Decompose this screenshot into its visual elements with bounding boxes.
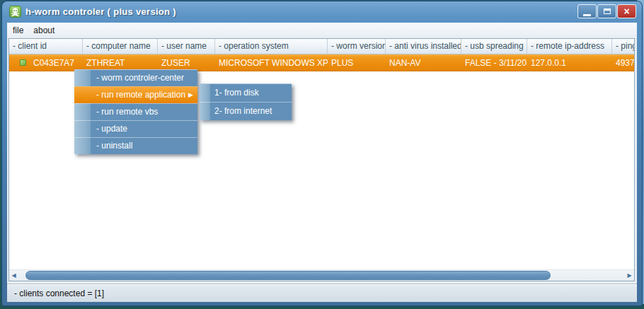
cell-operation-system: MICROSOFT WINDOWS XP PROF... bbox=[215, 58, 328, 68]
column-header-anti-virus-installed[interactable]: - anti virus installed bbox=[386, 39, 461, 54]
column-header-user-name[interactable]: - user name bbox=[158, 39, 215, 54]
cell-anti-virus-installed: NAN-AV bbox=[386, 58, 461, 68]
scroll-right-arrow-icon[interactable]: ▶ bbox=[625, 270, 634, 281]
cell-client-id: C043E7A7 bbox=[9, 58, 83, 68]
menu-item-worm-controler-center[interactable]: - worm controler-center bbox=[74, 70, 197, 86]
client-area: file about - client id - computer name -… bbox=[7, 23, 637, 302]
column-header-usb-spreading[interactable]: - usb spreading bbox=[461, 39, 527, 54]
app-icon-skull bbox=[9, 6, 21, 18]
column-header-computer-name[interactable]: - computer name bbox=[83, 39, 158, 54]
cell-worm-version: PLUS bbox=[328, 58, 386, 68]
menu-item-uninstall[interactable]: - uninstall bbox=[74, 137, 197, 154]
submenu-arrow-icon: ▶ bbox=[188, 87, 193, 103]
status-bar: - clients connected = [1] bbox=[7, 284, 637, 302]
column-header-client-id[interactable]: - client id bbox=[9, 39, 83, 54]
window-controls: × bbox=[577, 4, 636, 18]
menu-item-run-remote-vbs[interactable]: - run remote vbs bbox=[74, 103, 197, 120]
table-header-row: - client id - computer name - user name … bbox=[9, 39, 634, 54]
minimize-icon bbox=[583, 14, 591, 16]
horizontal-scrollbar: ◀ ▶ bbox=[9, 269, 634, 281]
window-title: h-worm controler ( plus version ) bbox=[25, 6, 176, 17]
client-status-icon bbox=[20, 59, 26, 66]
menu-item-run-remote-application[interactable]: - run remote application ▶ bbox=[74, 86, 197, 103]
menu-about[interactable]: about bbox=[33, 25, 54, 35]
cell-usb-spreading: FALSE - 3/11/2015 bbox=[461, 58, 527, 68]
scroll-left-arrow-icon[interactable]: ◀ bbox=[9, 270, 18, 281]
cell-user-name: ZUSER bbox=[158, 58, 215, 68]
submenu-item-from-disk[interactable]: 1- from disk bbox=[200, 84, 292, 102]
minimize-button[interactable] bbox=[577, 4, 597, 18]
cell-ping: 49378 bbox=[612, 58, 634, 68]
column-header-operation-system[interactable]: - operation system bbox=[215, 39, 328, 54]
column-header-remote-ip-address[interactable]: - remote ip-address bbox=[527, 39, 612, 54]
title-bar[interactable]: h-worm controler ( plus version ) × bbox=[2, 1, 642, 21]
close-button[interactable]: × bbox=[617, 4, 636, 18]
context-submenu: 1- from disk 2- from internet bbox=[200, 83, 292, 120]
menu-file[interactable]: file bbox=[13, 25, 23, 35]
clients-connected-text: - clients connected = [1] bbox=[14, 288, 104, 298]
maximize-icon bbox=[604, 8, 611, 14]
cell-computer-name: ZTHREAT bbox=[83, 58, 158, 68]
scrollbar-thumb[interactable] bbox=[25, 271, 551, 280]
close-icon: × bbox=[623, 6, 629, 16]
cell-remote-ip-address: 127.0.0.1 bbox=[527, 58, 612, 68]
context-menu: - worm controler-center - run remote app… bbox=[74, 69, 197, 154]
column-header-worm-version[interactable]: - worm version bbox=[328, 39, 386, 54]
screen: h-worm controler ( plus version ) × file… bbox=[0, 0, 644, 309]
menu-item-update[interactable]: - update bbox=[74, 120, 197, 137]
menu-bar: file about bbox=[7, 23, 637, 39]
column-header-ping[interactable]: - ping bbox=[612, 39, 634, 54]
maximize-button[interactable] bbox=[597, 4, 616, 18]
scrollbar-track[interactable] bbox=[18, 270, 625, 281]
submenu-item-from-internet[interactable]: 2- from internet bbox=[200, 102, 292, 120]
